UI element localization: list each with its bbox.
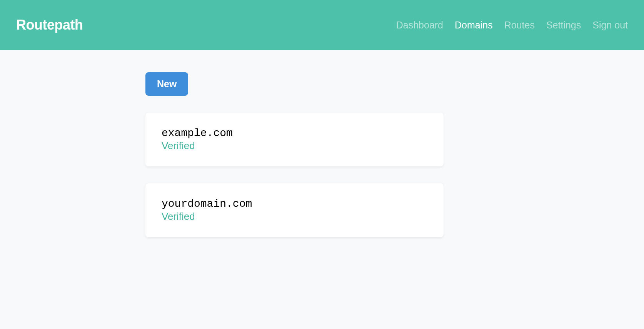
nav: Dashboard Domains Routes Settings Sign o…	[396, 20, 628, 31]
logo[interactable]: Routepath	[16, 17, 83, 33]
nav-item-domains[interactable]: Domains	[455, 20, 493, 31]
header: Routepath Dashboard Domains Routes Setti…	[0, 0, 644, 50]
domain-card[interactable]: example.com Verified	[145, 113, 444, 166]
nav-item-routes[interactable]: Routes	[504, 20, 535, 31]
nav-item-sign-out[interactable]: Sign out	[592, 20, 628, 31]
domain-list: example.com Verified yourdomain.com Veri…	[145, 113, 444, 237]
domain-name: example.com	[162, 127, 427, 139]
nav-item-settings[interactable]: Settings	[546, 20, 581, 31]
domain-status: Verified	[162, 140, 427, 152]
new-button[interactable]: New	[145, 72, 188, 96]
domain-card[interactable]: yourdomain.com Verified	[145, 183, 444, 237]
domain-status: Verified	[162, 211, 427, 223]
domain-name: yourdomain.com	[162, 198, 427, 210]
nav-item-dashboard[interactable]: Dashboard	[396, 20, 443, 31]
main-content: New example.com Verified yourdomain.com …	[145, 50, 444, 237]
